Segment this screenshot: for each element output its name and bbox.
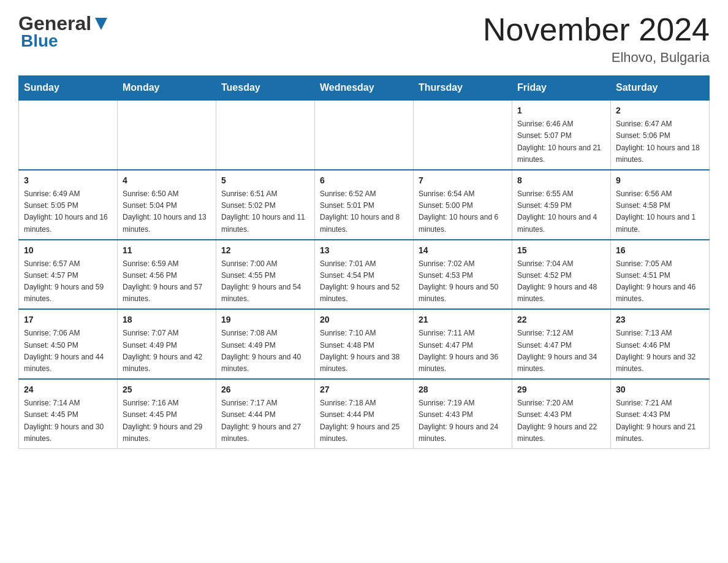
header-saturday: Saturday — [611, 76, 710, 101]
day-info: Sunrise: 7:12 AMSunset: 4:47 PMDaylight:… — [517, 329, 597, 373]
day-number: 28 — [419, 383, 507, 396]
calendar-day-cell: 25 Sunrise: 7:16 AMSunset: 4:45 PMDaylig… — [118, 379, 216, 448]
calendar-day-cell: 20 Sunrise: 7:10 AMSunset: 4:48 PMDaylig… — [315, 309, 414, 379]
day-info: Sunrise: 7:11 AMSunset: 4:47 PMDaylight:… — [419, 329, 498, 373]
day-number: 18 — [123, 313, 211, 326]
calendar-day-cell: 27 Sunrise: 7:18 AMSunset: 4:44 PMDaylig… — [315, 379, 414, 448]
weekday-header-row: Sunday Monday Tuesday Wednesday Thursday… — [19, 76, 710, 101]
day-number: 17 — [24, 313, 112, 326]
calendar-day-cell: 24 Sunrise: 7:14 AMSunset: 4:45 PMDaylig… — [19, 379, 118, 448]
month-title: November 2024 — [483, 12, 710, 47]
day-info: Sunrise: 7:18 AMSunset: 4:44 PMDaylight:… — [320, 399, 400, 443]
calendar-day-cell — [19, 100, 118, 170]
calendar-day-cell: 18 Sunrise: 7:07 AMSunset: 4:49 PMDaylig… — [118, 309, 216, 379]
logo-blue: Blue — [21, 31, 58, 51]
day-number: 12 — [221, 244, 309, 257]
day-number: 16 — [616, 244, 704, 257]
day-number: 23 — [616, 313, 704, 326]
day-info: Sunrise: 7:06 AMSunset: 4:50 PMDaylight:… — [24, 329, 104, 373]
calendar-title-area: November 2024 Elhovo, Bulgaria — [483, 12, 710, 66]
day-info: Sunrise: 6:52 AMSunset: 5:01 PMDaylight:… — [320, 190, 400, 234]
day-info: Sunrise: 7:08 AMSunset: 4:49 PMDaylight:… — [221, 329, 301, 373]
day-info: Sunrise: 7:17 AMSunset: 4:44 PMDaylight:… — [221, 399, 301, 443]
calendar-day-cell: 6 Sunrise: 6:52 AMSunset: 5:01 PMDayligh… — [315, 170, 414, 240]
header-monday: Monday — [118, 76, 216, 101]
day-number: 25 — [123, 383, 211, 396]
day-number: 20 — [320, 313, 408, 326]
day-info: Sunrise: 6:49 AMSunset: 5:05 PMDaylight:… — [24, 190, 108, 234]
calendar-day-cell: 17 Sunrise: 7:06 AMSunset: 4:50 PMDaylig… — [19, 309, 118, 379]
calendar-day-cell: 21 Sunrise: 7:11 AMSunset: 4:47 PMDaylig… — [414, 309, 512, 379]
calendar-day-cell — [216, 100, 315, 170]
day-number: 9 — [616, 174, 704, 187]
calendar-table: Sunday Monday Tuesday Wednesday Thursday… — [18, 75, 710, 449]
day-info: Sunrise: 7:21 AMSunset: 4:43 PMDaylight:… — [616, 399, 696, 443]
calendar-day-cell: 22 Sunrise: 7:12 AMSunset: 4:47 PMDaylig… — [512, 309, 611, 379]
svg-marker-0 — [95, 18, 107, 30]
day-info: Sunrise: 7:00 AMSunset: 4:55 PMDaylight:… — [221, 259, 301, 304]
calendar-day-cell: 30 Sunrise: 7:21 AMSunset: 4:43 PMDaylig… — [611, 379, 710, 448]
calendar-day-cell: 12 Sunrise: 7:00 AMSunset: 4:55 PMDaylig… — [216, 240, 315, 310]
calendar-day-cell: 10 Sunrise: 6:57 AMSunset: 4:57 PMDaylig… — [19, 240, 118, 310]
day-number: 19 — [221, 313, 309, 326]
day-number: 21 — [419, 313, 507, 326]
calendar-day-cell: 14 Sunrise: 7:02 AMSunset: 4:53 PMDaylig… — [414, 240, 512, 310]
calendar-day-cell: 3 Sunrise: 6:49 AMSunset: 5:05 PMDayligh… — [19, 170, 118, 240]
day-info: Sunrise: 6:51 AMSunset: 5:02 PMDaylight:… — [221, 190, 305, 234]
day-info: Sunrise: 7:01 AMSunset: 4:54 PMDaylight:… — [320, 259, 400, 304]
location-subtitle: Elhovo, Bulgaria — [483, 50, 710, 66]
day-number: 14 — [419, 244, 507, 257]
day-number: 5 — [221, 174, 309, 187]
day-info: Sunrise: 7:02 AMSunset: 4:53 PMDaylight:… — [419, 259, 498, 304]
day-info: Sunrise: 7:04 AMSunset: 4:52 PMDaylight:… — [517, 259, 597, 304]
day-info: Sunrise: 6:57 AMSunset: 4:57 PMDaylight:… — [24, 259, 104, 304]
calendar-day-cell: 13 Sunrise: 7:01 AMSunset: 4:54 PMDaylig… — [315, 240, 414, 310]
calendar-day-cell — [414, 100, 512, 170]
calendar-day-cell: 16 Sunrise: 7:05 AMSunset: 4:51 PMDaylig… — [611, 240, 710, 310]
day-number: 29 — [517, 383, 605, 396]
calendar-day-cell: 2 Sunrise: 6:47 AMSunset: 5:06 PMDayligh… — [611, 100, 710, 170]
day-info: Sunrise: 7:19 AMSunset: 4:43 PMDaylight:… — [419, 399, 498, 443]
calendar-week-row: 3 Sunrise: 6:49 AMSunset: 5:05 PMDayligh… — [19, 170, 710, 240]
calendar-day-cell: 19 Sunrise: 7:08 AMSunset: 4:49 PMDaylig… — [216, 309, 315, 379]
calendar-day-cell: 26 Sunrise: 7:17 AMSunset: 4:44 PMDaylig… — [216, 379, 315, 448]
page-header: General Blue November 2024 Elhovo, Bulga… — [18, 12, 710, 66]
day-number: 15 — [517, 244, 605, 257]
calendar-day-cell: 1 Sunrise: 6:46 AMSunset: 5:07 PMDayligh… — [512, 100, 611, 170]
day-number: 27 — [320, 383, 408, 396]
day-number: 4 — [123, 174, 211, 187]
logo: General Blue — [18, 12, 110, 51]
day-number: 13 — [320, 244, 408, 257]
day-info: Sunrise: 7:10 AMSunset: 4:48 PMDaylight:… — [320, 329, 400, 373]
day-number: 22 — [517, 313, 605, 326]
day-number: 1 — [517, 104, 605, 117]
calendar-day-cell: 7 Sunrise: 6:54 AMSunset: 5:00 PMDayligh… — [414, 170, 512, 240]
day-info: Sunrise: 7:20 AMSunset: 4:43 PMDaylight:… — [517, 399, 597, 443]
header-sunday: Sunday — [19, 76, 118, 101]
day-number: 6 — [320, 174, 408, 187]
day-number: 30 — [616, 383, 704, 396]
calendar-day-cell: 4 Sunrise: 6:50 AMSunset: 5:04 PMDayligh… — [118, 170, 216, 240]
day-info: Sunrise: 7:13 AMSunset: 4:46 PMDaylight:… — [616, 329, 696, 373]
day-number: 7 — [419, 174, 507, 187]
day-info: Sunrise: 6:54 AMSunset: 5:00 PMDaylight:… — [419, 190, 498, 234]
day-info: Sunrise: 7:16 AMSunset: 4:45 PMDaylight:… — [123, 399, 202, 443]
calendar-day-cell: 23 Sunrise: 7:13 AMSunset: 4:46 PMDaylig… — [611, 309, 710, 379]
day-number: 3 — [24, 174, 112, 187]
day-info: Sunrise: 7:07 AMSunset: 4:49 PMDaylight:… — [123, 329, 202, 373]
header-wednesday: Wednesday — [315, 76, 414, 101]
day-number: 26 — [221, 383, 309, 396]
day-info: Sunrise: 6:46 AMSunset: 5:07 PMDaylight:… — [517, 120, 601, 164]
day-info: Sunrise: 6:50 AMSunset: 5:04 PMDaylight:… — [123, 190, 207, 234]
calendar-day-cell — [118, 100, 216, 170]
day-info: Sunrise: 7:05 AMSunset: 4:51 PMDaylight:… — [616, 259, 696, 304]
calendar-day-cell: 11 Sunrise: 6:59 AMSunset: 4:56 PMDaylig… — [118, 240, 216, 310]
calendar-day-cell: 5 Sunrise: 6:51 AMSunset: 5:02 PMDayligh… — [216, 170, 315, 240]
logo-triangle-icon — [93, 15, 110, 33]
calendar-day-cell: 29 Sunrise: 7:20 AMSunset: 4:43 PMDaylig… — [512, 379, 611, 448]
day-number: 24 — [24, 383, 112, 396]
day-info: Sunrise: 7:14 AMSunset: 4:45 PMDaylight:… — [24, 399, 104, 443]
calendar-day-cell: 28 Sunrise: 7:19 AMSunset: 4:43 PMDaylig… — [414, 379, 512, 448]
day-number: 2 — [616, 104, 704, 117]
calendar-week-row: 10 Sunrise: 6:57 AMSunset: 4:57 PMDaylig… — [19, 240, 710, 310]
